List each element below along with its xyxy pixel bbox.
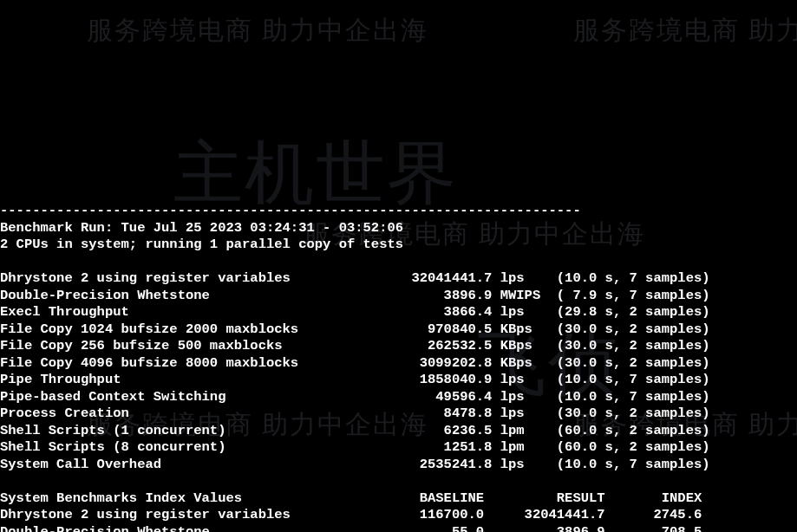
terminal-output: ----------------------------------------… [0, 203, 797, 532]
watermark-text: 服务跨境电商 助力中企出海 [87, 22, 428, 39]
watermark-logo: 主机世界 [173, 165, 458, 182]
watermark-text: 服务跨境电商 助力中 [573, 22, 797, 39]
